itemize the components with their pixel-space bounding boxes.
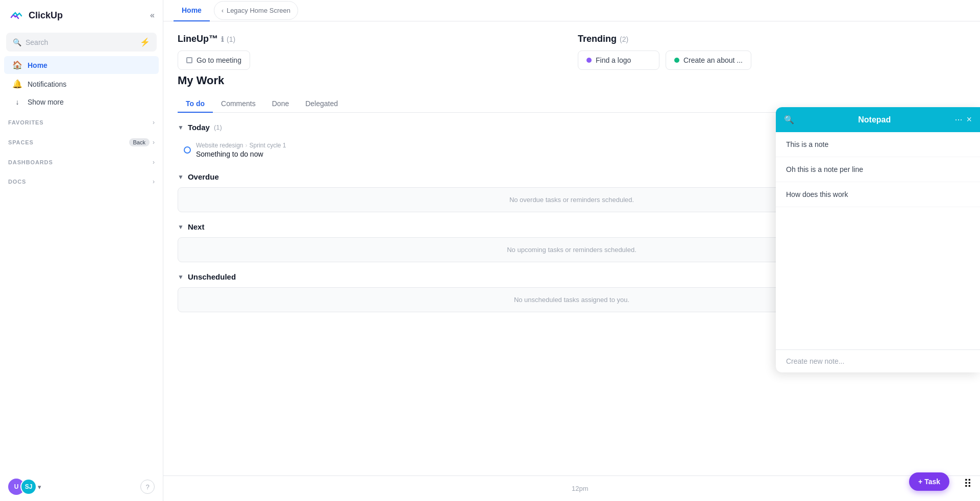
- today-group-title: Today: [188, 123, 210, 132]
- notepad-actions: ··· ×: [954, 114, 972, 125]
- sidebar-bottom: U SJ ▾ ?: [0, 472, 163, 501]
- timeline-time-label: 12pm: [572, 485, 589, 492]
- favorites-section[interactable]: FAVORITES ›: [0, 115, 163, 130]
- today-group-count: (1): [214, 123, 222, 131]
- trending-dot-purple: [586, 58, 592, 63]
- list-item[interactable]: How does this work: [776, 182, 980, 207]
- trending-item-create-about-label: Create an about ...: [683, 56, 743, 64]
- lineup-task-indicator-icon: [186, 57, 192, 63]
- lineup-section: LineUp™ ℹ (1) Go to meeting: [178, 34, 566, 70]
- legacy-tab-label: Legacy Home Screen: [227, 7, 290, 14]
- sidebar-item-show-more[interactable]: ↓ Show more: [4, 94, 159, 110]
- task-breadcrumb: Website redesign › Sprint cycle 1: [196, 142, 286, 149]
- avatar-dropdown-button[interactable]: ▾: [38, 483, 41, 491]
- tab-home[interactable]: Home: [174, 0, 210, 21]
- show-more-icon: ↓: [12, 98, 22, 106]
- docs-label: DOCS: [8, 179, 26, 185]
- notifications-icon: 🔔: [12, 79, 22, 89]
- unscheduled-group-title: Unscheduled: [188, 272, 236, 281]
- trending-title: Trending (2): [578, 34, 966, 44]
- app-name: ClickUp: [29, 10, 63, 21]
- avatar-group[interactable]: U SJ ▾: [8, 479, 41, 495]
- home-icon: 🏠: [12, 60, 22, 70]
- work-tab-comments[interactable]: Comments: [213, 95, 264, 113]
- back-button[interactable]: Back: [129, 138, 150, 146]
- spaces-arrow-icon: ›: [153, 139, 155, 146]
- timeline-bottom: 12pm: [163, 475, 980, 501]
- notepad-new-note-input[interactable]: Create new note...: [786, 357, 970, 365]
- notepad-header: 🔍 Notepad ··· ×: [776, 107, 980, 132]
- task-checkbox[interactable]: [184, 146, 191, 154]
- tab-legacy-home[interactable]: ‹ Legacy Home Screen: [214, 1, 298, 20]
- lineup-info-icon[interactable]: ℹ: [221, 35, 224, 43]
- legacy-tab-back-icon: ‹: [222, 7, 224, 14]
- dashboards-section[interactable]: DASHBOARDS ›: [0, 155, 163, 170]
- lineup-count: (1): [227, 35, 235, 43]
- lineup-trending-row: LineUp™ ℹ (1) Go to meeting Trending (2): [178, 34, 966, 70]
- logo-area[interactable]: ClickUp: [8, 7, 63, 23]
- notepad-body: This is a note Oh this is a note per lin…: [776, 132, 980, 349]
- sidebar-item-show-more-label: Show more: [28, 98, 64, 106]
- search-bar[interactable]: 🔍 Search ⚡: [6, 33, 157, 52]
- breadcrumb-end: Sprint cycle 1: [250, 142, 286, 149]
- dashboards-arrow-icon: ›: [153, 159, 155, 166]
- help-button[interactable]: ?: [140, 480, 155, 494]
- task-name: Something to do now: [196, 150, 286, 158]
- sidebar: ClickUp « 🔍 Search ⚡ 🏠 Home 🔔 Notificati…: [0, 0, 163, 501]
- today-collapse-icon: ▼: [178, 124, 184, 131]
- lineup-title-text: LineUp™: [178, 34, 218, 44]
- collapse-sidebar-button[interactable]: «: [150, 11, 155, 20]
- quick-actions-button[interactable]: ⚡: [140, 37, 150, 47]
- docs-section[interactable]: DOCS ›: [0, 174, 163, 189]
- work-tab-todo[interactable]: To do: [178, 95, 213, 113]
- favorites-arrow-icon: ›: [153, 119, 155, 126]
- sidebar-header: ClickUp «: [0, 0, 163, 31]
- sidebar-item-notifications[interactable]: 🔔 Notifications: [4, 75, 159, 93]
- breadcrumb-start: Website redesign: [196, 142, 243, 149]
- trending-title-text: Trending: [578, 34, 617, 44]
- apps-grid-button[interactable]: ⠿: [964, 478, 972, 491]
- list-item[interactable]: This is a note: [776, 132, 980, 157]
- lineup-task-label: Go to meeting: [197, 56, 241, 64]
- dashboards-label: DASHBOARDS: [8, 159, 53, 165]
- my-work-title: My Work: [178, 74, 966, 87]
- lineup-title: LineUp™ ℹ (1): [178, 34, 566, 44]
- breadcrumb-arrow-icon: ›: [246, 142, 248, 149]
- notepad-search-icon[interactable]: 🔍: [784, 115, 794, 124]
- search-icon: 🔍: [13, 38, 21, 46]
- search-placeholder-text: Search: [26, 38, 48, 46]
- list-item[interactable]: Oh this is a note per line: [776, 157, 980, 182]
- trending-count: (2): [620, 35, 628, 43]
- notepad-close-button[interactable]: ×: [966, 114, 972, 125]
- lineup-task-card[interactable]: Go to meeting: [178, 51, 250, 70]
- spaces-section[interactable]: SPACES Back ›: [0, 134, 163, 151]
- trending-items: Find a logo Create an about ...: [578, 51, 966, 70]
- trending-item-find-logo[interactable]: Find a logo: [578, 51, 659, 70]
- sidebar-item-home-label: Home: [28, 61, 47, 69]
- next-group-title: Next: [188, 222, 205, 231]
- next-collapse-icon: ▼: [178, 223, 184, 231]
- notepad-title: Notepad: [800, 115, 948, 124]
- trending-item-find-logo-label: Find a logo: [596, 56, 631, 64]
- notepad-more-button[interactable]: ···: [954, 114, 962, 125]
- avatar-sj: SJ: [20, 479, 37, 495]
- spaces-label: SPACES: [8, 139, 34, 145]
- favorites-label: FAVORITES: [8, 119, 43, 126]
- add-task-button[interactable]: + Task: [909, 472, 949, 491]
- unscheduled-collapse-icon: ▼: [178, 273, 184, 281]
- main-content: Home ‹ Legacy Home Screen LineUp™ ℹ (1) …: [163, 0, 980, 501]
- notepad-panel: 🔍 Notepad ··· × This is a note Oh this i…: [776, 107, 980, 372]
- work-tab-done[interactable]: Done: [264, 95, 297, 113]
- trending-dot-green: [674, 58, 679, 63]
- notepad-footer: Create new note...: [776, 349, 980, 372]
- sidebar-item-notifications-label: Notifications: [28, 80, 66, 88]
- clickup-logo: [8, 7, 24, 23]
- trending-section: Trending (2) Find a logo Create an about…: [578, 34, 966, 70]
- sidebar-item-home[interactable]: 🏠 Home: [4, 56, 159, 74]
- trending-item-create-about[interactable]: Create an about ...: [666, 51, 751, 70]
- top-tabs: Home ‹ Legacy Home Screen: [163, 0, 980, 21]
- docs-arrow-icon: ›: [153, 178, 155, 185]
- overdue-collapse-icon: ▼: [178, 173, 184, 181]
- work-tab-delegated[interactable]: Delegated: [297, 95, 346, 113]
- overdue-group-title: Overdue: [188, 172, 219, 181]
